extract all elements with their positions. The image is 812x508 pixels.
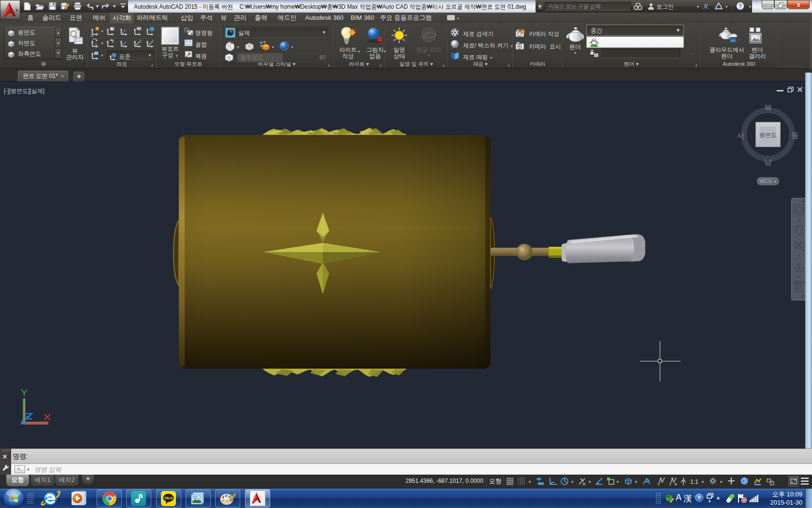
- svg-text:▼: ▼: [101, 42, 104, 45]
- svg-text:▼: ▼: [101, 54, 104, 57]
- svg-text:x: x: [95, 42, 97, 46]
- svg-text:TALK: TALK: [164, 496, 173, 500]
- svg-text:▼: ▼: [236, 45, 240, 49]
- svg-text:▼: ▼: [101, 30, 104, 33]
- svg-text:▼: ▼: [528, 480, 532, 484]
- svg-text:▼: ▼: [570, 480, 574, 484]
- svg-text:▼: ▼: [719, 480, 723, 484]
- svg-text:1:1: 1:1: [690, 478, 698, 485]
- svg-text:▼: ▼: [588, 480, 592, 484]
- svg-text:▼: ▼: [616, 480, 620, 484]
- svg-text:▼: ▼: [701, 480, 705, 484]
- svg-text:3: 3: [151, 39, 154, 44]
- svg-text:Z: Z: [139, 39, 142, 44]
- svg-text:▼: ▼: [271, 45, 275, 49]
- svg-text:▼: ▼: [634, 480, 638, 484]
- svg-text:▼: ▼: [290, 45, 294, 49]
